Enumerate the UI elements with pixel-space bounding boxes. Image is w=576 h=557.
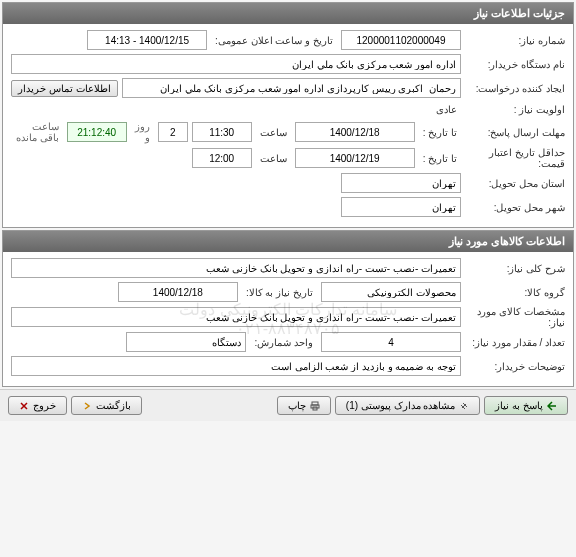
printer-icon: [310, 401, 320, 411]
qty-field[interactable]: [321, 332, 461, 352]
goods-info-header: اطلاعات کالاهای مورد نیاز: [3, 231, 573, 252]
unit-label: واحد شمارش:: [250, 337, 317, 348]
deadline-date-field[interactable]: [295, 122, 415, 142]
spec-field[interactable]: [11, 307, 461, 327]
delivery-province-label: استان محل تحویل:: [465, 178, 565, 189]
remaining-suffix: ساعت باقی مانده: [11, 121, 63, 143]
need-date-label: تاریخ نیاز به کالا:: [242, 287, 317, 298]
delivery-province-field[interactable]: [341, 173, 461, 193]
attachments-button-label: مشاهده مدارک پیوستی (1): [346, 400, 456, 411]
delivery-city-label: شهر محل تحویل:: [465, 202, 565, 213]
goods-info-body: سامانه تدارکات الکترونیکی دولت ۰۲۱-۸۸۳۴۸…: [3, 252, 573, 386]
delivery-city-field[interactable]: [341, 197, 461, 217]
respond-button-label: پاسخ به نیاز: [495, 400, 543, 411]
buyer-notes-label: توضیحات خریدار:: [465, 361, 565, 372]
announce-datetime-field[interactable]: [87, 30, 207, 50]
validity-date-field[interactable]: [295, 148, 415, 168]
buyer-org-field[interactable]: [11, 54, 461, 74]
buyer-org-label: نام دستگاه خریدار:: [465, 59, 565, 70]
time-label-2: ساعت: [256, 153, 291, 164]
need-details-panel: جزئیات اطلاعات نیاز شماره نیاز: تاریخ و …: [2, 2, 574, 228]
exit-icon: [19, 401, 29, 411]
need-number-field[interactable]: [341, 30, 461, 50]
deadline-send-label: مهلت ارسال پاسخ:: [465, 127, 565, 138]
attachment-icon: [459, 401, 469, 411]
priority-value: عادی: [432, 102, 461, 117]
until-date-label-2: تا تاریخ :: [419, 153, 461, 164]
summary-label: شرح کلی نیاز:: [465, 263, 565, 274]
unit-field[interactable]: [126, 332, 246, 352]
min-validity-label: حداقل تاریخ اعتبار قیمت:: [465, 147, 565, 169]
requester-field[interactable]: [122, 78, 461, 98]
print-button[interactable]: چاپ: [277, 396, 331, 415]
footer-toolbar: پاسخ به نیاز مشاهده مدارک پیوستی (1) چاپ…: [0, 389, 576, 421]
priority-label: اولویت نیاز :: [465, 104, 565, 115]
need-details-header: جزئیات اطلاعات نیاز: [3, 3, 573, 24]
time-remaining-field: [67, 122, 127, 142]
back-arrow-icon: [82, 401, 92, 411]
back-button[interactable]: بازگشت: [71, 396, 142, 415]
days-and-label: روز و: [131, 121, 154, 143]
respond-button[interactable]: پاسخ به نیاز: [484, 396, 568, 415]
deadline-time-field[interactable]: [192, 122, 252, 142]
goods-group-field[interactable]: [321, 282, 461, 302]
need-details-body: شماره نیاز: تاریخ و ساعت اعلان عمومی: نا…: [3, 24, 573, 227]
qty-label: تعداد / مقدار مورد نیاز:: [465, 337, 565, 348]
goods-group-label: گروه کالا:: [465, 287, 565, 298]
need-number-label: شماره نیاز:: [465, 35, 565, 46]
requester-label: ایجاد کننده درخواست:: [465, 83, 565, 94]
spec-label: مشخصات کالای مورد نیاز:: [465, 306, 565, 328]
goods-info-panel: اطلاعات کالاهای مورد نیاز سامانه تدارکات…: [2, 230, 574, 387]
announce-datetime-label: تاریخ و ساعت اعلان عمومی:: [211, 35, 337, 46]
buyer-notes-field[interactable]: [11, 356, 461, 376]
exit-button[interactable]: خروج: [8, 396, 67, 415]
reply-icon: [547, 401, 557, 411]
buyer-contact-button[interactable]: اطلاعات تماس خریدار: [11, 80, 118, 97]
print-button-label: چاپ: [288, 400, 306, 411]
need-date-field[interactable]: [118, 282, 238, 302]
until-date-label-1: تا تاریخ :: [419, 127, 461, 138]
attachments-button[interactable]: مشاهده مدارک پیوستی (1): [335, 396, 481, 415]
validity-time-field[interactable]: [192, 148, 252, 168]
summary-field[interactable]: [11, 258, 461, 278]
time-label-1: ساعت: [256, 127, 291, 138]
exit-button-label: خروج: [33, 400, 56, 411]
days-remaining-field: [158, 122, 188, 142]
back-button-label: بازگشت: [96, 400, 131, 411]
